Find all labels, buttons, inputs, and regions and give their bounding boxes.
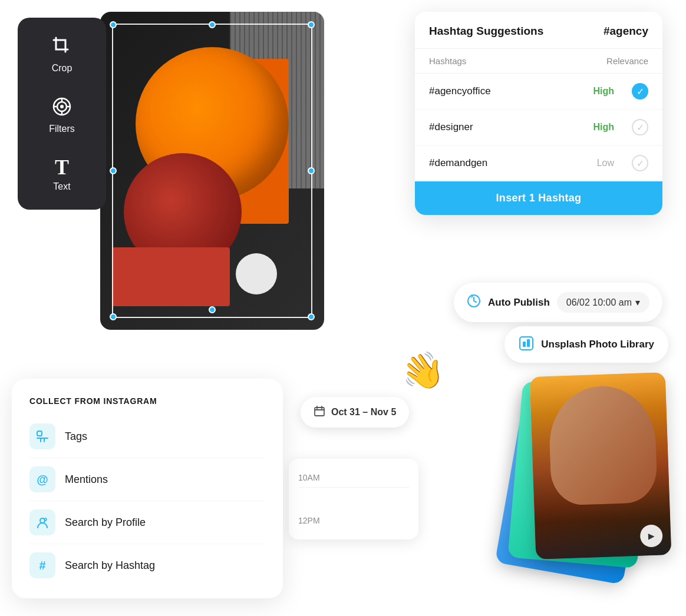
collect-mentions-label: Mentions [65,473,108,486]
hashtag-check-1[interactable]: ✓ [632,119,648,135]
hashtag-name-2: #demandgen [429,157,487,169]
crop-handle-tm[interactable] [209,21,216,28]
svg-rect-12 [520,337,533,350]
svg-rect-8 [37,431,42,436]
collect-search-hashtag-item[interactable]: # Search by Hashtag [29,544,265,587]
svg-rect-13 [523,342,526,347]
image-crop-area [100,12,324,330]
auto-publish-pill[interactable]: Auto Publish 06/02 10:00 am ▾ [454,283,662,322]
unsplash-icon [519,336,534,353]
relevance-col-2: Low ✓ [597,155,648,171]
hashtag-row-0: #agencyoffice High ✓ [415,74,662,110]
collect-search-hashtag-icon: # [29,552,55,578]
collect-search-profile-item[interactable]: Search by Profile [29,501,265,544]
collect-tags-label: Tags [65,430,87,443]
hashtag-panel-title: Hashtag Suggestions [429,25,543,38]
collect-tags-item[interactable]: Tags [29,415,265,458]
schedule-card: 10AM 12PM [289,459,418,539]
auto-publish-icon [467,294,481,312]
hashtag-name-0: #agencyoffice [429,85,491,97]
text-label: Text [53,181,70,192]
filters-tool[interactable]: Filters [26,90,98,140]
col-hashtags: Hashtags [429,56,466,66]
collect-search-hashtag-label: Search by Hashtag [65,559,155,572]
collect-mentions-item[interactable]: @ Mentions [29,458,265,501]
auto-publish-label: Auto Publish [488,297,550,309]
auto-publish-chevron: ▾ [635,297,640,308]
schedule-time-10am: 10AM [298,468,409,488]
hashtag-col-headers: Hashtags Relevance [415,49,662,74]
crop-label: Crop [52,63,72,74]
hashtag-row-2: #demandgen Low ✓ [415,145,662,181]
crop-handle-mr[interactable] [308,167,315,174]
text-tool[interactable]: T Text [26,151,98,198]
collect-panel-title: COLLECT FROM INSTAGRAM [29,396,265,406]
svg-rect-14 [527,339,530,347]
collect-search-profile-label: Search by Profile [65,516,146,529]
hashtag-header: Hashtag Suggestions #agency [415,12,662,49]
hashtag-suggestions-panel: Hashtag Suggestions #agency Hashtags Rel… [415,12,662,215]
relevance-col-0: High ✓ [593,83,648,100]
crop-handle-tl[interactable] [110,21,117,28]
crop-icon [51,35,72,59]
hashtag-relevance-1: High [593,122,614,133]
hashtag-check-2[interactable]: ✓ [632,155,648,171]
calendar-icon [314,405,325,419]
collect-mentions-icon: @ [29,466,55,492]
crop-overlay[interactable] [112,24,312,318]
hashtag-relevance-2: Low [597,158,614,168]
crop-handle-tr[interactable] [308,21,315,28]
crop-tool[interactable]: Crop [26,29,98,80]
text-icon: T [55,157,69,178]
unsplash-photo-library-pill[interactable]: Unsplash Photo Library [504,326,668,363]
date-range-pill[interactable]: Oct 31 – Nov 5 [301,397,409,428]
photo-card-front: ▶ [530,372,672,559]
date-range-label: Oct 31 – Nov 5 [331,407,396,418]
photo-stack: ▶ [474,369,674,604]
insert-hashtag-button[interactable]: Insert 1 Hashtag [415,181,662,215]
hashtag-row-1: #designer High ✓ [415,110,662,145]
relevance-col-1: High ✓ [593,119,648,135]
crop-handle-bm[interactable] [209,306,216,313]
unsplash-label: Unsplash Photo Library [541,339,654,350]
svg-rect-11 [315,408,324,416]
wave-emoji: 👋 [397,347,448,396]
hashtag-check-0[interactable]: ✓ [632,83,648,100]
tool-panel: Crop Filters T Text [18,18,106,210]
hashtag-name-1: #designer [429,121,473,133]
hashtag-relevance-0: High [593,86,614,97]
svg-point-10 [44,518,47,521]
collect-tags-icon [29,423,55,449]
collect-from-instagram-panel: COLLECT FROM INSTAGRAM Tags @ Mentions S… [12,379,283,598]
filters-icon [51,96,72,120]
collect-search-profile-icon [29,509,55,535]
auto-publish-date[interactable]: 06/02 10:00 am ▾ [557,292,649,313]
col-relevance: Relevance [606,56,648,66]
svg-point-2 [60,105,64,108]
auto-publish-date-value: 06/02 10:00 am [566,297,632,308]
hashtag-query: #agency [603,25,648,38]
schedule-time-12pm: 12PM [298,511,409,530]
filters-label: Filters [49,124,75,134]
crop-handle-ml[interactable] [110,167,117,174]
crop-handle-bl[interactable] [110,313,117,320]
crop-handle-br[interactable] [308,313,315,320]
